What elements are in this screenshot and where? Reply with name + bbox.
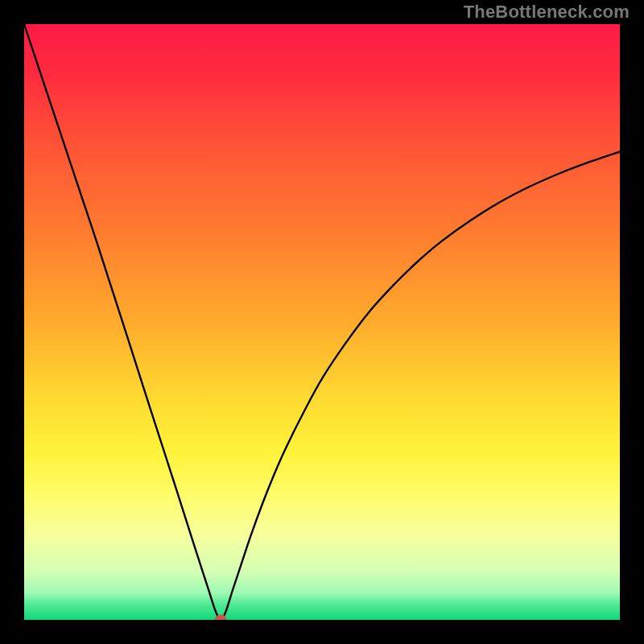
bottleneck-chart (0, 0, 644, 644)
plot-background (24, 24, 620, 620)
watermark-text: TheBottleneck.com (464, 2, 630, 23)
chart-frame: TheBottleneck.com (0, 0, 644, 644)
